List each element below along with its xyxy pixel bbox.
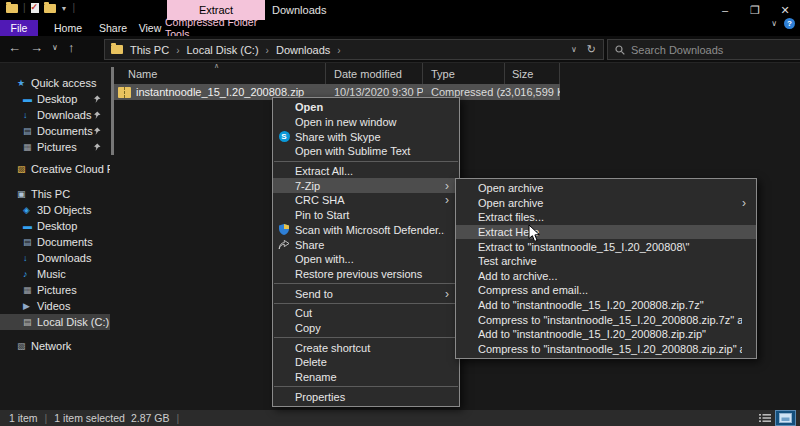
minimize-button[interactable]: –	[710, 0, 740, 20]
tab-file[interactable]: File	[0, 20, 38, 36]
sidebar-item-downloads[interactable]: ↓Downloads	[0, 107, 110, 123]
menu-item-label: Scan with Microsoft Defender...	[295, 224, 445, 236]
menu-item-label: Copy	[295, 322, 445, 334]
objects-3d-icon: ◈	[23, 205, 37, 215]
sidebar-item-this-pc[interactable]: ▣This PC	[0, 186, 110, 202]
context-menu-item-7-zip[interactable]: 7-Zip›	[273, 178, 459, 193]
documents-icon: ▤	[23, 126, 37, 136]
close-button[interactable]: ✕	[770, 0, 800, 20]
7zip-item-add-to-instantnoodle-15-i-20-200808-zip-7z[interactable]: Add to "instantnoodle_15_I.20_200808.zip…	[456, 298, 756, 313]
file-explorer-window: | ✓ ▼ | Extract Downloads – ❐ ✕ File Hom…	[0, 0, 800, 426]
large-icons-view-button[interactable]	[776, 411, 795, 425]
sidebar-item-videos[interactable]: ▶Videos	[0, 298, 110, 314]
details-view-button[interactable]	[755, 411, 774, 425]
menu-item-label: Rename	[295, 371, 445, 383]
7zip-item-compress-to-instantnoodle-15-i-20-200808-zip-zip-and-email[interactable]: Compress to "instantnoodle_15_I.20_20080…	[456, 342, 756, 357]
column-header-name[interactable]: Name	[114, 63, 326, 84]
qat-new-folder-icon[interactable]	[44, 4, 56, 13]
sidebar-item-documents[interactable]: ▤Documents	[0, 123, 110, 139]
breadcrumb-this-pc[interactable]: This PC	[129, 44, 170, 56]
sidebar-item-local-disk-c[interactable]: ▤Local Disk (C:)	[0, 314, 110, 330]
recent-locations-icon[interactable]: ∨	[52, 43, 58, 52]
breadcrumb-local-disk-c[interactable]: Local Disk (C:)	[185, 44, 259, 56]
tab-compressed-folder-tools[interactable]: Compressed Folder Tools	[165, 20, 265, 36]
sidebar-item-pictures[interactable]: ▦Pictures	[0, 282, 110, 298]
menu-separator	[274, 303, 458, 304]
7zip-item-add-to-instantnoodle-15-i-20-200808-zip-zip[interactable]: Add to "instantnoodle_15_I.20_200808.zip…	[456, 327, 756, 342]
context-menu-item-open-in-new-window[interactable]: Open in new window	[273, 115, 459, 130]
mouse-cursor-icon	[528, 224, 541, 247]
menu-item-label: Send to	[295, 288, 445, 300]
videos-icon: ▶	[23, 301, 37, 311]
sidebar-item-label: Downloads	[37, 252, 91, 264]
context-menu-item-delete[interactable]: Delete	[273, 355, 459, 370]
address-dropdown-icon[interactable]: ∨	[571, 45, 577, 54]
column-header-type[interactable]: Type	[423, 63, 505, 84]
context-menu-item-send-to[interactable]: Send to›	[273, 286, 459, 301]
sidebar-item-creative-cloud-files[interactable]: ▨Creative Cloud Files	[0, 161, 110, 177]
context-menu: OpenOpen in new windowSShare with SkypeO…	[272, 97, 460, 407]
sidebar-item-desktop[interactable]: ▬Desktop	[0, 218, 110, 234]
7zip-item-compress-to-instantnoodle-15-i-20-200808-zip-7z-and-email[interactable]: Compress to "instantnoodle_15_I.20_20080…	[456, 312, 756, 327]
window-controls: – ❐ ✕	[710, 0, 800, 20]
context-menu-item-create-shortcut[interactable]: Create shortcut	[273, 340, 459, 355]
pictures-icon: ▦	[23, 142, 37, 152]
tab-share[interactable]: Share	[92, 20, 134, 36]
context-menu-item-extract-all[interactable]: Extract All...	[273, 164, 459, 179]
7zip-item-open-archive[interactable]: Open archive	[456, 181, 756, 196]
help-icon[interactable]: ?	[784, 18, 795, 29]
7zip-item-extract-here[interactable]: Extract Here	[456, 225, 756, 240]
context-menu-item-rename[interactable]: Rename	[273, 370, 459, 385]
sidebar-item-label: Music	[37, 268, 66, 280]
context-menu-item-restore-previous-versions[interactable]: Restore previous versions	[273, 267, 459, 282]
context-menu-item-share-with-skype[interactable]: SShare with Skype	[273, 129, 459, 144]
7zip-item-extract-files[interactable]: Extract files...	[456, 210, 756, 225]
sidebar-item-network[interactable]: ▧Network	[0, 338, 110, 354]
7zip-item-add-to-archive[interactable]: Add to archive...	[456, 269, 756, 284]
forward-button[interactable]: →	[30, 40, 43, 55]
up-button[interactable]: ↑	[68, 40, 75, 55]
status-item-count: 1 item	[9, 412, 38, 424]
sidebar-item-3d-objects[interactable]: ◈3D Objects	[0, 202, 110, 218]
menu-item-label: Extract Here	[478, 226, 742, 238]
sidebar-item-desktop[interactable]: ▬Desktop	[0, 91, 110, 107]
tab-home[interactable]: Home	[44, 20, 92, 36]
context-menu-item-properties[interactable]: Properties	[273, 389, 459, 404]
7zip-item-extract-to-instantnoodle-15-i-20-200808[interactable]: Extract to "instantnoodle_15_I.20_200808…	[456, 239, 756, 254]
tab-view[interactable]: View	[132, 20, 168, 36]
context-menu-item-crc-sha[interactable]: CRC SHA›	[273, 193, 459, 208]
sidebar-item-label: Pictures	[37, 141, 77, 153]
qat-properties-icon[interactable]: ✓	[31, 3, 39, 13]
sidebar-item-quick-access[interactable]: ★Quick access	[0, 75, 110, 91]
context-menu-item-share[interactable]: Share	[273, 237, 459, 252]
7zip-item-open-archive[interactable]: Open archive›	[456, 196, 756, 211]
back-button[interactable]: ←	[8, 40, 21, 55]
context-menu-item-open[interactable]: Open	[273, 100, 459, 115]
context-menu-item-copy[interactable]: Copy	[273, 321, 459, 336]
context-menu-item-cut[interactable]: Cut	[273, 306, 459, 321]
desktop-icon: ▬	[23, 221, 37, 231]
sidebar-item-downloads[interactable]: ↓Downloads	[0, 250, 110, 266]
sidebar-item-pictures[interactable]: ▦Pictures	[0, 139, 110, 155]
refresh-icon[interactable]: ↻	[587, 43, 596, 56]
status-selected-summary: 1 item selected	[54, 412, 125, 424]
sidebar-item-documents[interactable]: ▤Documents	[0, 234, 110, 250]
address-bar[interactable]: This PC›Local Disk (C:)›Downloads› ∨ ↻	[104, 39, 604, 60]
maximize-button[interactable]: ❐	[740, 0, 770, 20]
breadcrumb-downloads[interactable]: Downloads	[275, 44, 331, 56]
column-header-date-modified[interactable]: Date modified	[326, 63, 423, 84]
ribbon-collapse-icon[interactable]: ∨	[771, 19, 777, 28]
details-view-icon	[759, 413, 771, 423]
context-menu-item-open-with-sublime-text[interactable]: Open with Sublime Text	[273, 144, 459, 159]
search-box[interactable]: Search Downloads	[607, 39, 800, 60]
7zip-item-compress-and-email[interactable]: Compress and email...	[456, 283, 756, 298]
menu-item-label: CRC SHA	[295, 194, 445, 206]
context-menu-item-open-with[interactable]: Open with...	[273, 252, 459, 267]
context-menu-item-scan-with-microsoft-defender[interactable]: Scan with Microsoft Defender...	[273, 223, 459, 238]
7zip-item-test-archive[interactable]: Test archive	[456, 254, 756, 269]
qat-dropdown-icon[interactable]: ▼	[61, 5, 68, 12]
column-header-size[interactable]: Size	[505, 63, 560, 84]
menu-item-label: 7-Zip	[295, 180, 445, 192]
sidebar-item-music[interactable]: ♪Music	[0, 266, 110, 282]
context-menu-item-pin-to-start[interactable]: Pin to Start	[273, 208, 459, 223]
